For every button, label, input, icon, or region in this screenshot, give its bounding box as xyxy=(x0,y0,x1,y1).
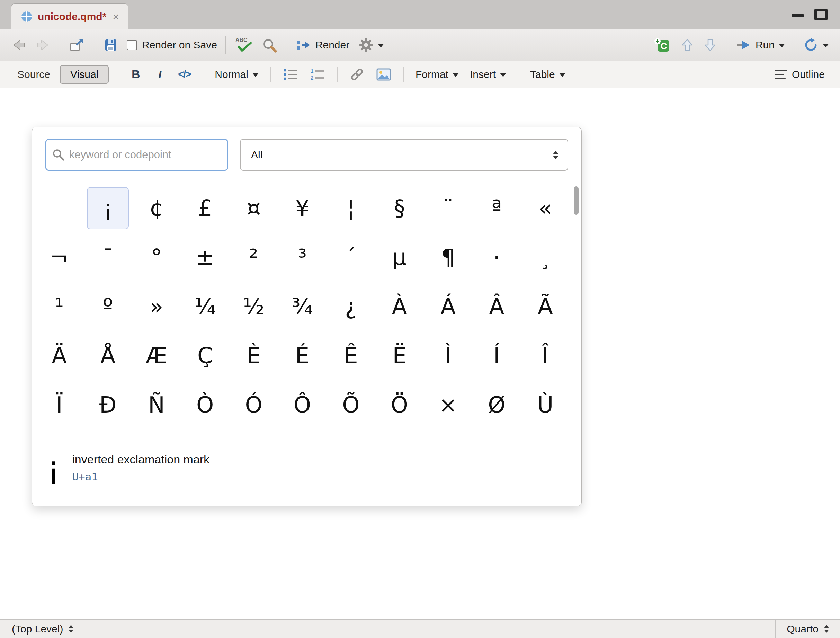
char-cell[interactable]: Ô xyxy=(281,384,323,426)
char-cell[interactable]: É xyxy=(281,335,323,377)
char-cell[interactable]: Ò xyxy=(184,384,226,426)
char-cell[interactable] xyxy=(38,187,80,229)
char-cell[interactable]: ¹ xyxy=(38,286,80,328)
char-cell[interactable]: Ù xyxy=(524,384,566,426)
bold-button[interactable]: B xyxy=(126,63,146,85)
char-cell[interactable]: Ê xyxy=(330,335,371,377)
source-mode-button[interactable]: Source xyxy=(12,63,56,85)
char-cell[interactable]: Ñ xyxy=(136,384,177,426)
char-cell[interactable]: º xyxy=(87,286,128,328)
code-button[interactable]: </> xyxy=(174,63,194,85)
char-cell[interactable]: ¨ xyxy=(427,187,469,229)
char-cell[interactable]: Ç xyxy=(184,335,226,377)
char-cell[interactable]: È xyxy=(233,335,274,377)
format-menu[interactable]: Format xyxy=(412,63,462,85)
table-menu[interactable]: Table xyxy=(527,63,569,85)
char-cell[interactable]: Ø xyxy=(476,384,517,426)
render-button[interactable]: Render xyxy=(292,34,353,56)
search-input[interactable] xyxy=(45,139,228,171)
run-button[interactable]: Run xyxy=(732,34,788,56)
italic-button[interactable]: I xyxy=(150,63,170,85)
insert-chunk-button[interactable]: C xyxy=(651,34,675,56)
numbered-list-button[interactable]: 1 2 xyxy=(306,63,329,85)
spellcheck-button[interactable]: ABC xyxy=(231,34,256,56)
char-cell[interactable]: ¤ xyxy=(233,187,274,229)
char-cell[interactable]: × xyxy=(427,384,469,426)
editor-area[interactable]: All ¡¢£¤¥¦§¨ª«¬¯°±²³´µ¶·¸¹º»¼½¾¿ÀÁÂÃÄÅÆÇ… xyxy=(0,88,840,619)
char-cell[interactable]: Î xyxy=(524,335,566,377)
char-cell[interactable]: ¼ xyxy=(184,286,226,328)
char-cell[interactable]: ¸ xyxy=(524,236,566,278)
char-cell[interactable]: Á xyxy=(427,286,469,328)
bullet-list-button[interactable] xyxy=(279,63,302,85)
char-cell[interactable]: Ã xyxy=(524,286,566,328)
tab-unicode-qmd[interactable]: unicode.qmd* × xyxy=(11,3,128,29)
char-cell[interactable]: Ö xyxy=(379,384,420,426)
select-arrows-icon xyxy=(553,151,559,160)
maximize-icon[interactable] xyxy=(815,9,827,20)
outline-toggle-button[interactable]: Outline xyxy=(771,63,828,85)
char-cell[interactable]: µ xyxy=(379,236,420,278)
char-cell[interactable]: ± xyxy=(184,236,226,278)
tab-close-icon[interactable]: × xyxy=(112,11,119,22)
char-cell[interactable]: ¥ xyxy=(281,187,323,229)
char-cell[interactable]: « xyxy=(524,187,566,229)
render-icon xyxy=(295,38,311,53)
char-cell[interactable]: Ï xyxy=(38,384,80,426)
minimize-icon[interactable] xyxy=(791,14,804,17)
visual-mode-button[interactable]: Visual xyxy=(60,65,109,84)
char-cell[interactable]: ´ xyxy=(330,236,371,278)
char-cell[interactable]: ² xyxy=(233,236,274,278)
scope-selector[interactable]: (Top Level) xyxy=(0,620,85,638)
char-cell[interactable]: Ä xyxy=(38,335,80,377)
char-cell[interactable]: Õ xyxy=(330,384,371,426)
char-cell[interactable]: Ð xyxy=(87,384,128,426)
link-button[interactable] xyxy=(346,63,368,85)
char-cell[interactable]: Ë xyxy=(379,335,420,377)
char-cell[interactable]: Â xyxy=(476,286,517,328)
char-cell[interactable]: ¢ xyxy=(136,187,177,229)
save-button[interactable] xyxy=(100,34,122,56)
insert-menu[interactable]: Insert xyxy=(466,63,510,85)
char-cell[interactable]: ³ xyxy=(281,236,323,278)
paragraph-style-label: Normal xyxy=(215,69,248,81)
open-in-new-window-button[interactable] xyxy=(65,34,88,56)
prev-section-button[interactable] xyxy=(677,34,698,56)
char-cell[interactable]: ¾ xyxy=(281,286,323,328)
separator xyxy=(518,67,518,82)
scrollbar-thumb[interactable] xyxy=(574,186,579,215)
rerun-button[interactable] xyxy=(800,34,832,56)
char-cell[interactable]: ¦ xyxy=(330,187,371,229)
image-button[interactable] xyxy=(372,63,395,85)
insert-chunk-icon: C xyxy=(654,37,671,53)
find-button[interactable] xyxy=(258,34,281,56)
back-button[interactable] xyxy=(8,34,30,56)
char-cell[interactable]: ½ xyxy=(233,286,274,328)
category-select[interactable]: All xyxy=(240,139,568,171)
next-section-button[interactable] xyxy=(700,34,720,56)
char-cell[interactable]: Ó xyxy=(233,384,274,426)
separator xyxy=(202,67,203,82)
char-cell[interactable]: ¡ xyxy=(87,187,128,229)
char-cell[interactable]: § xyxy=(379,187,420,229)
char-cell[interactable]: ° xyxy=(136,236,177,278)
char-cell[interactable]: £ xyxy=(184,187,226,229)
char-cell[interactable]: Æ xyxy=(136,335,177,377)
char-cell[interactable]: Í xyxy=(476,335,517,377)
forward-button[interactable] xyxy=(32,34,54,56)
char-grid: ¡¢£¤¥¦§¨ª«¬¯°±²³´µ¶·¸¹º»¼½¾¿ÀÁÂÃÄÅÆÇÈÉÊË… xyxy=(35,183,570,430)
char-cell[interactable]: ¯ xyxy=(87,236,128,278)
char-cell[interactable]: ¬ xyxy=(38,236,80,278)
char-cell[interactable]: » xyxy=(136,286,177,328)
char-cell[interactable]: ª xyxy=(476,187,517,229)
char-cell[interactable]: À xyxy=(379,286,420,328)
paragraph-style-dropdown[interactable]: Normal xyxy=(211,63,262,85)
char-cell[interactable]: Ì xyxy=(427,335,469,377)
char-cell[interactable]: · xyxy=(476,236,517,278)
render-options-button[interactable] xyxy=(355,34,387,56)
char-cell[interactable]: ¿ xyxy=(330,286,371,328)
render-on-save-checkbox[interactable] xyxy=(127,40,137,50)
char-cell[interactable]: Å xyxy=(87,335,128,377)
doc-type-selector[interactable]: Quarto xyxy=(775,620,840,638)
char-cell[interactable]: ¶ xyxy=(427,236,469,278)
